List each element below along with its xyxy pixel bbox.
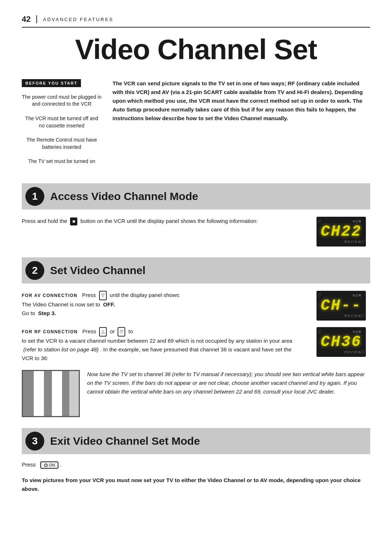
dp-value-3: CH36 [321,334,362,350]
av-until-text: until the display panel shows: [110,292,180,298]
section1-display: VCR CH22 REVIEW // // [312,217,370,247]
section3-header: 3 Exit Video Channel Set Mode [22,428,370,454]
sidebar-item-3: The Remote Control must have batteries i… [22,137,102,151]
tv-text-italic-start: Now tune the TV set to channel 36 (refer… [87,371,365,395]
page-header: 42 ADVANCED FEATURES [22,15,370,28]
ch-down-arrow-icon-2: ▽ [118,327,125,336]
section2-title: Set Video Channel [50,264,146,277]
ch-down-arrow-icon: ▽ [99,291,107,300]
dp-value-1: CH22 [321,224,362,239]
slash-decoration-tl-2: // [318,292,321,299]
slash-decoration-tl-3: // [318,329,321,335]
before-you-start-badge: BEFORE YOU START [22,79,81,87]
sidebar-item-2: The VCR must be turned off and no casset… [22,115,102,129]
rf-press-text: Press [82,328,96,334]
section1-stop-icon: ■ [69,218,80,224]
tv-bar-3 [69,371,79,416]
intro-text: The VCR can send picture signals to the … [113,79,370,123]
sidebar-item-4: The TV set must be turned on [22,158,102,165]
section1-number: 1 [25,187,44,206]
stop-button-icon: ■ [70,217,77,226]
av-connection-row: FOR AV CONNECTION Press ▽ until the disp… [22,291,370,321]
rf-connection-display: VCR CH36 REVIEW // // [312,327,370,357]
main-content: The VCR can send picture signals to the … [113,79,370,172]
tv-screen-row: Now tune the TV set to channel 36 (refer… [22,370,370,417]
section3-press-text: Press [22,461,36,468]
slash-decoration-tl-1: // [318,218,321,225]
sidebar-item-1: The power cord must be plugged in and co… [22,94,102,108]
section3-content: Press ⏻ ON . To view pictures from your … [22,461,370,493]
av-connection-display: VCR CH-- REVIEW // // [312,291,370,321]
main-title: Video Channel Set [22,35,370,65]
slash-decoration-br-3: // [362,349,365,355]
rf-body-text: to set the VCR to a vacant channel numbe… [22,338,292,344]
av-channel-off-text: The Video Channel is now set to [22,301,100,307]
rf-to-text: to [128,328,133,334]
dp-review-label-3: REVIEW [321,350,362,354]
av-connection-text: FOR AV CONNECTION Press ▽ until the disp… [22,291,301,318]
dp-review-label-2: REVIEW [321,314,362,318]
dp-review-label-1: REVIEW [321,240,362,244]
ch-up-arrow-icon: △ [99,327,107,336]
two-col-layout: BEFORE YOU START The power cord must be … [22,79,370,172]
av-connection-label: FOR AV CONNECTION [22,293,78,298]
tv-body-text: Now tune the TV set to channel 36 (refer… [87,370,370,396]
display-ch22: VCR CH22 REVIEW // // [317,217,366,247]
section3-title: Exit Video Channel Set Mode [50,435,200,447]
section1-text: Press and hold the ■ button on the VCR u… [22,217,301,225]
page-number: 42 [22,15,30,24]
rf-connection-row: FOR RF CONNECTION Press △ or ▽ to to set… [22,327,370,363]
section1-body2: button on the VCR until the display pane… [81,218,258,224]
tv-bar-2 [52,371,62,416]
section1-content: Press and hold the ■ button on the VCR u… [22,217,370,247]
slash-decoration-br-1: // [362,239,365,245]
section1-body-row: Press and hold the ■ button on the VCR u… [22,217,370,247]
av-step3-bold: Step 3. [38,310,56,316]
display-ch-dash: VCR CH-- REVIEW // // [317,291,366,321]
section2-header: 2 Set Video Channel [22,257,370,284]
header-divider [36,15,37,23]
power-button-icon: ⏻ ON [40,461,59,469]
rf-connection-label: FOR RF CONNECTION [22,329,78,334]
rf-connection-text: FOR RF CONNECTION Press △ or ▽ to to set… [22,327,301,363]
rf-or-text: or [110,328,115,334]
page-header-title: ADVANCED FEATURES [43,17,113,22]
slash-decoration-br-2: // [362,313,365,319]
av-go-to-text: Go to [22,310,35,316]
section1-body: Press and hold the [22,218,67,224]
section3-final-note: To view pictures from your VCR you must … [22,476,370,493]
section2-number: 2 [25,261,44,280]
av-press-text: Press [82,292,96,298]
section3-press-row: Press ⏻ ON . [22,461,370,469]
page: 42 ADVANCED FEATURES Video Channel Set B… [0,0,392,554]
section3-number: 3 [25,432,44,451]
section1-title: Access Video Channel Mode [50,190,198,203]
section2-content: FOR AV CONNECTION Press ▽ until the disp… [22,291,370,417]
sidebar: BEFORE YOU START The power cord must be … [22,79,102,172]
dp-value-2: CH-- [321,298,362,313]
display-ch36: VCR CH36 REVIEW // // [317,327,366,357]
tv-screen-image [22,370,80,417]
section1-header: 1 Access Video Channel Mode [22,183,370,209]
rf-italic-text: (refer to station list on page 48) [23,346,99,353]
tv-bar-1 [34,371,44,416]
av-off-bold: OFF. [103,301,115,307]
